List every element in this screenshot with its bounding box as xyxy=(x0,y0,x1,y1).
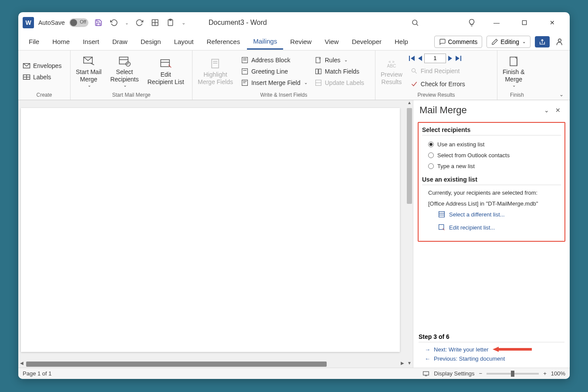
next-record-icon[interactable] xyxy=(448,55,453,61)
match-fields-button[interactable]: Match Fields xyxy=(313,66,366,77)
share-button[interactable] xyxy=(535,36,550,47)
titlebar: W AutoSave Off ⌄ ⌄ Document3 - Word — ✕ xyxy=(18,12,570,33)
tab-home[interactable]: Home xyxy=(46,34,76,49)
tab-design[interactable]: Design xyxy=(135,34,167,49)
tab-layout[interactable]: Layout xyxy=(168,34,199,49)
svg-rect-14 xyxy=(119,57,128,64)
search-icon[interactable] xyxy=(409,17,421,28)
undo-dropdown-icon[interactable]: ⌄ xyxy=(124,17,129,28)
svg-rect-25 xyxy=(242,68,248,74)
find-recipient-button[interactable]: Find Recipient xyxy=(409,66,467,76)
preview-results-label: Preview Results xyxy=(381,71,402,86)
tab-references[interactable]: References xyxy=(200,34,246,49)
first-record-icon[interactable] xyxy=(409,55,416,61)
svg-rect-17 xyxy=(161,60,169,67)
paste-icon[interactable] xyxy=(165,17,176,28)
check-errors-button[interactable]: Check for Errors xyxy=(409,79,467,89)
finish-merge-label: Finish & Merge xyxy=(503,68,525,83)
autosave-toggle[interactable]: Off xyxy=(69,18,88,27)
update-labels-button[interactable]: Update Labels xyxy=(313,78,366,88)
ribbon-collapse-icon[interactable]: ⌄ xyxy=(559,91,564,98)
address-block-icon xyxy=(241,56,249,64)
start-mail-merge-button[interactable]: Start Mail Merge⌄ xyxy=(73,54,104,89)
tab-help[interactable]: Help xyxy=(389,34,414,49)
account-icon[interactable] xyxy=(554,36,565,47)
tab-draw[interactable]: Draw xyxy=(106,34,134,49)
display-settings-icon[interactable] xyxy=(422,371,429,377)
zoom-in-button[interactable]: + xyxy=(543,370,547,377)
page-info[interactable]: Page 1 of 1 xyxy=(23,370,52,377)
comments-button[interactable]: Comments xyxy=(434,36,483,48)
radio-existing-list[interactable]: Use an existing list xyxy=(422,139,561,150)
taskpane-close-icon[interactable]: ✕ xyxy=(552,105,564,116)
last-record-icon[interactable] xyxy=(455,55,462,61)
insert-merge-field-button[interactable]: Insert Merge Field ⌄ xyxy=(239,78,309,88)
document-page[interactable] xyxy=(21,108,400,352)
svg-rect-19 xyxy=(212,59,219,68)
table-icon[interactable] xyxy=(149,17,161,28)
lightbulb-icon[interactable] xyxy=(466,17,477,28)
address-block-button[interactable]: Address Block xyxy=(239,55,309,65)
highlight-icon xyxy=(208,57,222,71)
maximize-button[interactable] xyxy=(516,16,533,29)
rules-button[interactable]: Rules ⌄ xyxy=(313,55,366,65)
scroll-up-icon[interactable]: ▲ xyxy=(406,100,413,107)
prev-link-label: Previous: Starting document xyxy=(434,355,505,362)
qat-customize-icon[interactable]: ⌄ xyxy=(181,17,187,28)
edit-recipient-list-button[interactable]: Edit Recipient List xyxy=(145,56,187,87)
taskpane-dropdown-icon[interactable]: ⌄ xyxy=(541,105,552,116)
scroll-down-icon[interactable]: ▼ xyxy=(406,361,413,368)
svg-rect-49 xyxy=(423,372,429,375)
undo-icon[interactable] xyxy=(108,17,120,28)
group-finish-label: Finish xyxy=(500,90,534,100)
wizard-next-link[interactable]: → Next: Write your letter xyxy=(419,345,564,354)
svg-rect-35 xyxy=(409,56,410,61)
preview-results-button[interactable]: « »ABC Preview Results xyxy=(378,56,405,87)
pencil-icon xyxy=(491,38,498,45)
radio-new-list[interactable]: Type a new list xyxy=(422,161,561,172)
vertical-scrollbar[interactable]: ▲ ▼ xyxy=(406,100,413,368)
vscroll-thumb[interactable] xyxy=(407,108,412,204)
record-number-input[interactable] xyxy=(424,54,446,63)
tab-developer[interactable]: Developer xyxy=(346,34,388,49)
envelope-icon xyxy=(23,62,30,70)
labels-button[interactable]: Labels xyxy=(21,72,63,82)
comments-label: Comments xyxy=(448,38,478,45)
editing-button[interactable]: Editing ⌄ xyxy=(487,36,531,48)
zoom-level[interactable]: 100% xyxy=(551,370,565,377)
ribbon: Envelopes Labels Create Start Mail Merge… xyxy=(18,51,570,100)
redo-icon[interactable] xyxy=(134,17,145,28)
tab-insert[interactable]: Insert xyxy=(77,34,105,49)
envelopes-button[interactable]: Envelopes xyxy=(21,61,63,71)
tab-view[interactable]: View xyxy=(318,34,345,49)
zoom-thumb[interactable] xyxy=(511,371,514,377)
close-button[interactable]: ✕ xyxy=(544,16,561,29)
horizontal-scrollbar[interactable]: ◀ ▶ xyxy=(18,361,406,368)
prev-record-icon[interactable] xyxy=(417,55,422,61)
hscroll-thumb[interactable] xyxy=(26,362,327,367)
finish-merge-button[interactable]: Finish & Merge⌄ xyxy=(500,54,527,89)
scroll-left-icon[interactable]: ◀ xyxy=(18,361,25,368)
wizard-previous-link[interactable]: ← Previous: Starting document xyxy=(419,354,564,363)
select-recipients-heading: Select recipients xyxy=(422,126,561,135)
radio-icon xyxy=(428,142,434,147)
tab-mailings[interactable]: Mailings xyxy=(247,34,283,50)
radio-label-0: Use an existing list xyxy=(437,141,484,148)
document-area: ▲ ▼ ◀ ▶ xyxy=(18,100,413,368)
display-settings-label[interactable]: Display Settings xyxy=(434,370,474,377)
group-create-label: Create xyxy=(21,90,68,100)
tab-file[interactable]: File xyxy=(23,34,45,49)
highlight-merge-fields-button[interactable]: Highlight Merge Fields xyxy=(195,56,236,87)
tab-review[interactable]: Review xyxy=(284,34,318,49)
save-icon[interactable] xyxy=(93,17,104,28)
select-recipients-button[interactable]: Select Recipients⌄ xyxy=(108,54,141,89)
greeting-line-button[interactable]: Greeting Line xyxy=(239,66,309,77)
minimize-button[interactable]: — xyxy=(488,16,505,29)
zoom-out-button[interactable]: − xyxy=(479,370,483,377)
select-different-label: Select a different list... xyxy=(449,211,505,218)
edit-recipient-list-link[interactable]: Edit recipient list... xyxy=(422,221,561,234)
radio-outlook-contacts[interactable]: Select from Outlook contacts xyxy=(422,150,561,161)
zoom-slider[interactable] xyxy=(487,373,539,375)
select-different-list-link[interactable]: Select a different list... xyxy=(422,208,561,221)
scroll-right-icon[interactable]: ▶ xyxy=(399,361,406,368)
